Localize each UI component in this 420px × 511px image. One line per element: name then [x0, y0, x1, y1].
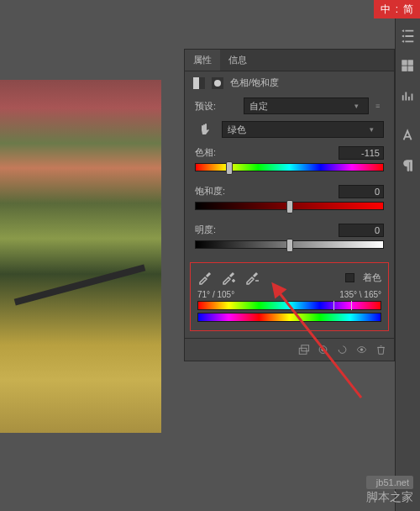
colorize-label: 着色 — [363, 271, 381, 284]
range-right: 135° \ 165° — [339, 290, 381, 299]
channel-select[interactable]: 绿色 ▾ — [222, 121, 384, 138]
preset-label: 预设: — [195, 100, 237, 113]
svg-rect-0 — [402, 61, 406, 65]
panel-tabs: 属性 信息 — [185, 50, 394, 71]
lightness-slider-row: 明度: 0 — [185, 219, 394, 257]
lightness-handle[interactable] — [286, 239, 293, 252]
chevron-down-icon: ▾ — [370, 125, 378, 134]
preset-select[interactable]: 自定 ▾ — [244, 97, 369, 114]
preset-value: 自定 — [249, 100, 268, 113]
hue-value[interactable]: -115 — [339, 146, 384, 160]
spectrum-bottom[interactable] — [197, 313, 381, 322]
channel-value: 绿色 — [228, 124, 246, 136]
saturation-handle[interactable] — [286, 200, 293, 213]
adjustment-layer-icon — [193, 77, 205, 89]
panel-bottom-bar — [185, 338, 394, 361]
range-marker[interactable] — [333, 301, 334, 310]
hue-saturation-panel: 属性 信息 色相/饱和度 预设: 自定 ▾ ≡ 绿色 ▾ 色相: -115 饱和… — [184, 49, 395, 361]
saturation-value[interactable]: 0 — [339, 185, 384, 198]
canvas-image-preview — [0, 80, 161, 433]
type-icon[interactable] — [401, 128, 416, 143]
saturation-slider-row: 饱和度: 0 — [185, 180, 394, 219]
mask-icon — [212, 77, 223, 89]
saturation-label: 饱和度: — [195, 185, 225, 198]
preset-row: 预设: 自定 ▾ ≡ — [185, 94, 394, 118]
preset-menu-icon[interactable]: ≡ — [375, 102, 384, 110]
trash-icon[interactable] — [375, 344, 387, 356]
chevron-down-icon: ▾ — [354, 102, 363, 110]
hue-slider-row: 色相: -115 — [185, 141, 394, 180]
histogram-icon[interactable] — [401, 89, 416, 104]
clip-to-layer-icon[interactable] — [297, 344, 310, 356]
svg-rect-3 — [408, 66, 412, 71]
eyedropper-add-icon[interactable] — [221, 270, 236, 285]
tab-info[interactable]: 信息 — [220, 50, 255, 71]
svg-rect-2 — [402, 66, 406, 71]
tab-properties[interactable]: 属性 — [185, 50, 220, 71]
panel-title: 色相/饱和度 — [230, 76, 279, 89]
color-range-section: 着色 71° / 105° 135° \ 165° — [190, 262, 389, 331]
eyedropper-icon[interactable] — [197, 270, 213, 285]
visibility-icon[interactable] — [355, 344, 368, 356]
range-left: 71° / 105° — [197, 290, 234, 299]
panel-header: 色相/饱和度 — [185, 71, 394, 94]
right-tool-strip — [395, 18, 420, 511]
range-marker[interactable] — [351, 301, 352, 310]
ime-sep: : — [396, 3, 398, 15]
lightness-value[interactable]: 0 — [339, 224, 384, 237]
watermark-site: jb51.net — [366, 476, 413, 489]
lightness-label: 明度: — [195, 224, 216, 237]
lightness-track[interactable] — [195, 240, 384, 249]
watermark-name: 脚本之家 — [366, 489, 413, 504]
swatches-icon[interactable] — [401, 59, 416, 74]
ime-lang: 中 — [381, 3, 391, 17]
reset-icon[interactable] — [336, 344, 349, 356]
colorize-checkbox[interactable] — [345, 273, 354, 282]
svg-point-7 — [214, 80, 221, 87]
ime-status-badge: 中 : 简 — [374, 0, 420, 18]
hue-label: 色相: — [195, 146, 216, 160]
range-angle-readout: 71° / 105° 135° \ 165° — [197, 290, 381, 299]
paragraph-icon[interactable] — [401, 158, 416, 173]
menu-icon[interactable] — [401, 29, 416, 44]
hue-handle[interactable] — [226, 161, 233, 175]
ime-mode: 简 — [403, 3, 413, 17]
watermark: jb51.net 脚本之家 — [366, 476, 413, 504]
targeted-adjust-icon[interactable] — [198, 123, 212, 136]
saturation-track[interactable] — [195, 202, 384, 210]
svg-rect-1 — [408, 61, 412, 65]
hue-track[interactable] — [195, 163, 384, 171]
svg-rect-5 — [199, 77, 205, 89]
svg-point-12 — [360, 349, 363, 351]
eyedropper-subtract-icon[interactable] — [244, 270, 260, 285]
channel-row: 绿色 ▾ — [185, 118, 394, 141]
eyedropper-row: 着色 — [197, 270, 381, 285]
